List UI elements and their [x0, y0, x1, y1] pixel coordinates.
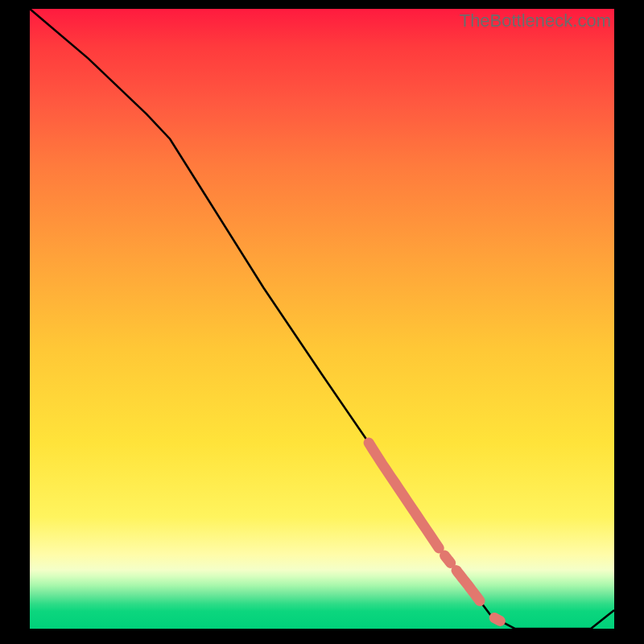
curve-layer — [30, 9, 614, 629]
segment-1 — [369, 443, 439, 548]
highlight-group — [369, 443, 500, 621]
segment-2 — [456, 571, 480, 601]
plot-area: TheBottleneck.com — [30, 9, 614, 629]
dot-1 — [445, 555, 451, 563]
dot-2 — [494, 618, 500, 621]
bottleneck-curve — [30, 9, 614, 629]
chart-frame: TheBottleneck.com — [0, 0, 644, 644]
